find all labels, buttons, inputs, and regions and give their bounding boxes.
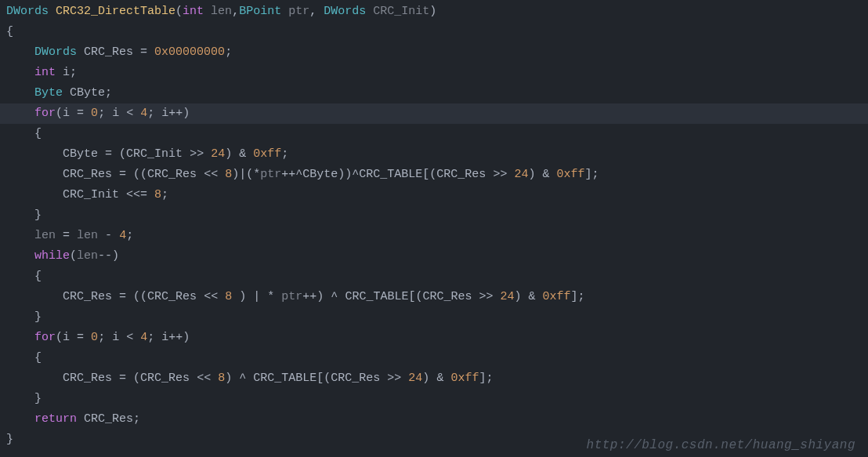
code-line[interactable]: return CRC_Res; bbox=[0, 409, 868, 430]
token-int: int bbox=[34, 66, 56, 79]
token-op: ++ bbox=[168, 331, 183, 344]
token-punc: ) bbox=[232, 168, 239, 181]
code-line[interactable]: CRC_Res = ((CRC_Res << 8)|(*ptr++^CByte)… bbox=[0, 165, 868, 185]
token-punc: ) bbox=[429, 5, 436, 18]
code-line[interactable]: { bbox=[0, 22, 868, 42]
code-line[interactable]: CRC_Res = ((CRC_Res << 8 ) | * ptr++) ^ … bbox=[0, 287, 868, 307]
token-sp bbox=[133, 331, 140, 344]
token-punc: ; bbox=[161, 188, 168, 201]
token-num: 24 bbox=[500, 290, 514, 303]
token-op: < bbox=[126, 107, 133, 120]
code-line[interactable]: Byte CByte; bbox=[0, 83, 868, 103]
token-sp bbox=[133, 45, 140, 59]
token-brace: { bbox=[6, 25, 13, 38]
token-ident: CByte bbox=[302, 168, 338, 181]
token-sp bbox=[70, 107, 77, 120]
token-sp bbox=[281, 5, 288, 18]
token-num: 0xff bbox=[543, 290, 571, 303]
token-op: >> bbox=[190, 147, 204, 161]
token-sp bbox=[218, 168, 225, 181]
token-num: 4 bbox=[140, 107, 147, 120]
code-line[interactable]: CRC_Init <<= 8; bbox=[0, 185, 868, 205]
code-line[interactable]: } bbox=[0, 307, 868, 328]
code-line[interactable]: DWords CRC_Res = 0x00000000; bbox=[0, 42, 868, 63]
token-sp bbox=[536, 290, 543, 303]
token-sp bbox=[549, 168, 556, 181]
token-sp bbox=[232, 372, 239, 385]
token-int: int bbox=[183, 5, 204, 18]
token-punc: ) bbox=[239, 290, 246, 303]
code-line[interactable]: { bbox=[0, 348, 868, 368]
token-param: ptr bbox=[281, 290, 302, 303]
token-sp bbox=[98, 147, 105, 161]
token-punc: ( bbox=[246, 168, 253, 181]
token-sp bbox=[204, 147, 211, 161]
token-param: CRC_Init bbox=[373, 5, 429, 18]
token-op: & bbox=[239, 147, 246, 161]
code-line[interactable]: len = len - 4; bbox=[0, 226, 868, 246]
code-line[interactable]: CByte = (CRC_Init >> 24) & 0xff; bbox=[0, 144, 868, 165]
token-op: & bbox=[529, 290, 536, 303]
token-punc: ) bbox=[183, 331, 190, 344]
code-line[interactable]: { bbox=[0, 124, 868, 144]
token-punc: ( bbox=[70, 249, 77, 263]
token-ident: CRC_Res bbox=[422, 290, 472, 303]
token-op: >> bbox=[387, 372, 401, 385]
token-sp bbox=[218, 290, 225, 303]
token-num: 0xff bbox=[253, 147, 281, 161]
token-sp bbox=[260, 290, 267, 303]
token-punc: , bbox=[232, 5, 239, 18]
token-ident: CRC_TABLE bbox=[345, 290, 408, 303]
token-num: 8 bbox=[225, 290, 232, 303]
token-op: = bbox=[119, 372, 126, 385]
code-line[interactable]: } bbox=[0, 205, 868, 226]
token-num: 0x00000000 bbox=[154, 45, 225, 59]
token-op: << bbox=[204, 168, 218, 181]
token-sp bbox=[197, 168, 204, 181]
code-line[interactable]: { bbox=[0, 267, 868, 287]
token-sp bbox=[211, 372, 218, 385]
token-sp bbox=[84, 107, 91, 120]
code-line[interactable]: DWords CRC32_DirectTable(int len,BPoint … bbox=[0, 2, 868, 22]
token-ident: i bbox=[63, 107, 70, 120]
token-ident: i bbox=[112, 331, 119, 344]
token-brace: { bbox=[34, 127, 42, 140]
token-sp bbox=[119, 107, 126, 120]
token-op: ++ bbox=[281, 168, 295, 181]
token-punc: (( bbox=[133, 168, 147, 181]
token-punc: (( bbox=[133, 290, 147, 303]
token-num: 8 bbox=[218, 372, 225, 385]
token-punc: ]; bbox=[571, 290, 585, 303]
code-editor[interactable]: DWords CRC32_DirectTable(int len,BPoint … bbox=[0, 0, 868, 457]
token-param: ptr bbox=[288, 5, 309, 18]
token-brace: { bbox=[34, 270, 42, 283]
token-num: 0xff bbox=[557, 168, 585, 181]
token-punc: ]; bbox=[479, 372, 493, 385]
code-line[interactable]: while(len--) bbox=[0, 246, 868, 267]
token-punc: ; bbox=[98, 331, 112, 344]
token-brace: { bbox=[34, 351, 42, 365]
token-punc: ( bbox=[56, 107, 63, 120]
token-ident: CRC_Res bbox=[63, 168, 112, 181]
token-op: = bbox=[77, 107, 84, 120]
code-line[interactable]: for(i = 0; i < 4; i++) bbox=[0, 103, 868, 124]
token-punc: ; bbox=[147, 331, 161, 344]
code-line[interactable]: int i; bbox=[0, 63, 868, 83]
token-punc: )) bbox=[338, 168, 352, 181]
token-sp bbox=[190, 372, 197, 385]
token-punc: ; bbox=[281, 147, 288, 161]
code-line[interactable]: for(i = 0; i < 4; i++) bbox=[0, 328, 868, 348]
token-ident: CRC_Res bbox=[84, 412, 133, 426]
token-sp bbox=[112, 168, 119, 181]
token-op: = bbox=[105, 147, 112, 161]
token-ident: CRC_Res bbox=[147, 168, 197, 181]
code-line[interactable]: CRC_Res = (CRC_Res << 8) ^ CRC_TABLE[(CR… bbox=[0, 368, 868, 389]
token-kw: return bbox=[34, 412, 77, 426]
token-sp bbox=[119, 188, 126, 201]
code-line[interactable]: } bbox=[0, 389, 868, 409]
token-sp bbox=[324, 290, 331, 303]
token-param: len bbox=[34, 229, 56, 242]
token-param: ptr bbox=[260, 168, 281, 181]
token-ident: CRC_TABLE bbox=[253, 372, 316, 385]
token-ident: CRC_Res bbox=[331, 372, 380, 385]
